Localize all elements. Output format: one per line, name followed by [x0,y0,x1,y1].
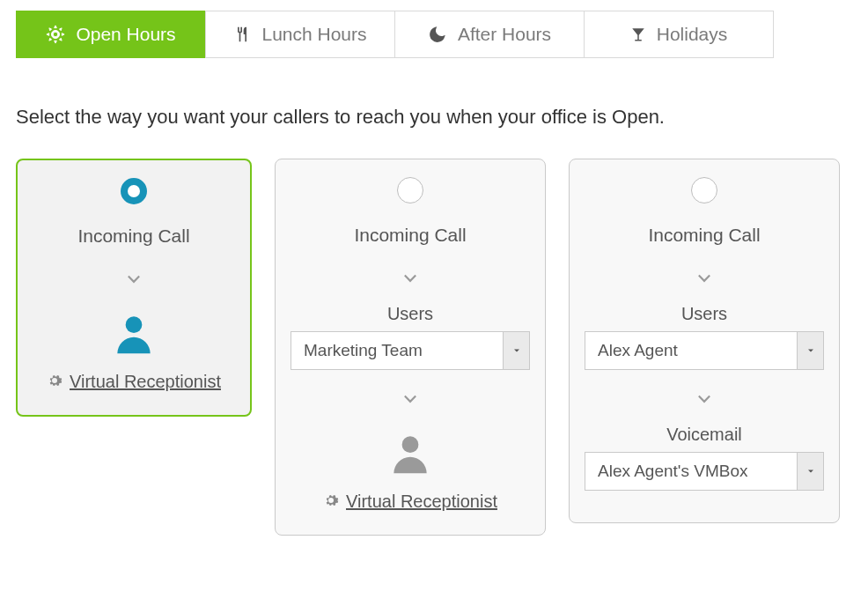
chevron-down-icon [503,332,529,369]
gear-icon [323,492,339,512]
tab-after-hours[interactable]: After Hours [394,11,585,58]
select-value: Alex Agent [585,341,797,360]
radio-unselected[interactable] [691,177,717,203]
user-icon [109,308,158,361]
users-select[interactable]: Marketing Team [291,331,530,370]
tabs-bar: Open Hours Lunch Hours After Hours Holid… [16,11,852,58]
radio-unselected[interactable] [397,177,423,203]
arrow-down-icon [693,384,716,414]
users-label: Users [387,304,433,324]
option-virtual-receptionist[interactable]: Incoming Call Virtual Receptionist [16,159,252,417]
chevron-down-icon [797,453,823,490]
chevron-down-icon [797,332,823,369]
gear-icon [47,373,63,392]
svg-point-0 [126,316,143,333]
arrow-down-icon [122,264,145,294]
virtual-receptionist-row: Virtual Receptionist [47,372,221,392]
arrow-down-icon [399,263,422,293]
tab-label: After Hours [458,24,551,45]
option-users-then-voicemail[interactable]: Incoming Call Users Alex Agent Voicemail… [569,159,840,523]
virtual-receptionist-row: Virtual Receptionist [323,492,497,512]
select-value: Marketing Team [291,341,503,360]
instruction-text: Select the way you want your callers to … [16,106,852,129]
utensils-icon [233,25,251,44]
card-title: Incoming Call [648,225,760,246]
users-select[interactable]: Alex Agent [585,331,824,370]
virtual-receptionist-link[interactable]: Virtual Receptionist [70,372,221,392]
card-title: Incoming Call [77,226,189,247]
tab-holidays[interactable]: Holidays [584,11,774,58]
tab-label: Open Hours [76,24,175,45]
option-users-then-vr[interactable]: Incoming Call Users Marketing Team Virtu… [275,159,546,536]
tab-lunch-hours[interactable]: Lunch Hours [205,11,395,58]
tab-open-hours[interactable]: Open Hours [16,11,206,58]
svg-point-1 [402,436,419,453]
arrow-down-icon [399,384,422,414]
tab-label: Holidays [657,24,728,45]
radio-selected[interactable] [121,178,147,204]
arrow-down-icon [693,263,716,293]
sun-icon [46,25,65,44]
voicemail-label: Voicemail [666,425,742,445]
voicemail-select[interactable]: Alex Agent's VMBox [585,452,824,491]
routing-options: Incoming Call Virtual Receptionist Incom… [16,159,852,536]
card-title: Incoming Call [354,225,466,246]
virtual-receptionist-link[interactable]: Virtual Receptionist [346,492,497,512]
users-label: Users [681,304,727,324]
select-value: Alex Agent's VMBox [585,462,797,481]
cocktail-icon [630,25,646,44]
user-icon [386,428,435,481]
moon-icon [428,25,447,44]
tab-label: Lunch Hours [261,24,366,45]
